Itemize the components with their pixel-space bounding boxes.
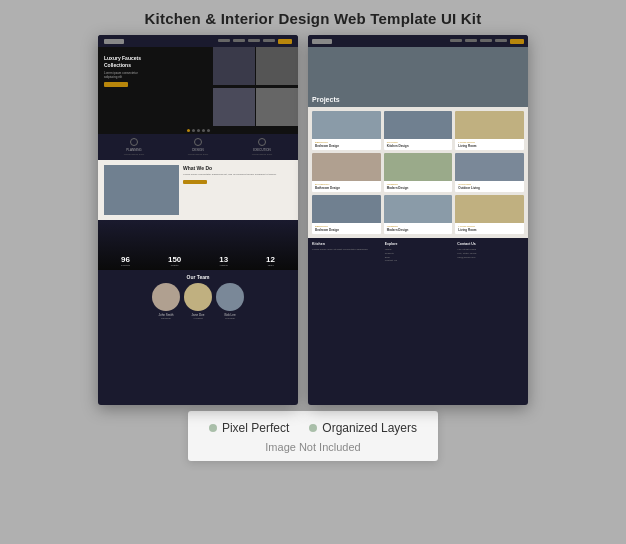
card-title: Modern Design xyxy=(387,228,450,232)
card-title: Living Room xyxy=(458,144,521,148)
nav-links xyxy=(218,39,292,44)
counter-clients: 150 Clients xyxy=(168,255,181,267)
card-image xyxy=(455,195,524,223)
features-section: PLANNING Lorem ipsum dolor DESIGN Lorem … xyxy=(98,134,298,160)
dot xyxy=(192,129,195,132)
footer-col-text: 123 Street NameCity, State 12345info@ema… xyxy=(457,248,524,259)
nav-link xyxy=(263,39,275,42)
counter-num: 150 xyxy=(168,255,181,264)
counter-section: 96 Projects 150 Clients 13 Awards 12 Yea… xyxy=(98,220,298,270)
dot xyxy=(207,129,210,132)
feature-label: PLANNING xyxy=(104,148,164,152)
dot xyxy=(202,129,205,132)
cards-grid: BEDROOM Bedroom Design KITCHEN Kitchen D… xyxy=(308,107,528,238)
counter-awards: 13 Awards xyxy=(219,255,228,267)
what-we-do-section: What We Do Lorem ipsum consectetur adipi… xyxy=(98,160,298,220)
grid-card: BEDROOM Bedroom Design xyxy=(312,111,381,150)
card-image xyxy=(384,195,453,223)
grid-card: BEDROOM Bedroom Design xyxy=(312,195,381,234)
counter-num: 13 xyxy=(219,255,228,264)
hero-overlay: Projects xyxy=(308,47,528,107)
wwd-title: What We Do xyxy=(183,165,292,171)
hero-img xyxy=(213,47,255,85)
nav-link xyxy=(233,39,245,42)
hero-title: Projects xyxy=(312,96,340,103)
card-image xyxy=(455,153,524,181)
image-note: Image Not Included xyxy=(265,441,360,453)
card-title: Modern Design xyxy=(387,186,450,190)
wwd-content: What We Do Lorem ipsum consectetur adipi… xyxy=(183,165,292,215)
execution-icon xyxy=(258,138,266,146)
card-image xyxy=(312,111,381,139)
hero-title: Luxury FaucetsCollections xyxy=(104,55,207,69)
nav-logo xyxy=(312,39,332,44)
card-title: Bedroom Design xyxy=(315,144,378,148)
organized-layers-dot xyxy=(309,424,317,432)
footer-col-title: Kitchen xyxy=(312,242,379,246)
feature-planning: PLANNING Lorem ipsum dolor xyxy=(104,138,164,156)
team-avatar xyxy=(152,283,180,311)
planning-icon xyxy=(130,138,138,146)
card-body: BEDROOM Bedroom Design xyxy=(312,139,381,150)
pixel-perfect-label: Pixel Perfect xyxy=(222,421,289,435)
hero-images xyxy=(213,47,298,127)
feature-label: EXECUTION xyxy=(232,148,292,152)
grid-card: LIVING ROOM Living Room xyxy=(455,111,524,150)
card-image xyxy=(384,111,453,139)
hero-img xyxy=(256,47,298,85)
footer-col-text: Lorem ipsum dolor sit amet consectetur a… xyxy=(312,248,379,252)
previews-container: Luxury FaucetsCollections Lorem ipsum co… xyxy=(0,35,626,405)
dot xyxy=(197,129,200,132)
dot xyxy=(187,129,190,132)
counter-years: 12 Years xyxy=(266,255,275,267)
team-row: John Smith Designer Jane Doe Architect B… xyxy=(104,283,292,320)
grid-card: MODERN Modern Design xyxy=(384,195,453,234)
nav-link xyxy=(495,39,507,42)
left-preview: Luxury FaucetsCollections Lorem ipsum co… xyxy=(98,35,298,405)
feature-sub: Lorem ipsum dolor xyxy=(104,153,164,156)
counter-label: Awards xyxy=(219,264,228,267)
card-title: Bedroom Design xyxy=(315,228,378,232)
card-body: OUTDOOR Outdoor Living xyxy=(455,181,524,192)
nav-link xyxy=(465,39,477,42)
team-section: Our Team John Smith Designer Jane Doe Ar… xyxy=(98,270,298,324)
hero-section: Luxury FaucetsCollections Lorem ipsum co… xyxy=(98,47,298,127)
nav-cta-btn xyxy=(278,39,292,44)
counter-label: Years xyxy=(266,264,275,267)
nav-logo xyxy=(104,39,124,44)
card-image xyxy=(455,111,524,139)
team-role: Architect xyxy=(184,317,212,320)
grid-card: BATHROOM Bathroom Design xyxy=(312,153,381,192)
grid-card: LIVING ROOM Living Room xyxy=(455,195,524,234)
card-title: Kitchen Design xyxy=(387,144,450,148)
card-title: Living Room xyxy=(458,228,521,232)
counter-num: 96 xyxy=(121,255,130,264)
nav-link xyxy=(480,39,492,42)
hero-subtitle: Lorem ipsum consecteturadipiscing elit xyxy=(104,71,207,79)
grid-card: OUTDOOR Outdoor Living xyxy=(455,153,524,192)
card-body: BATHROOM Bathroom Design xyxy=(312,181,381,192)
team-title: Our Team xyxy=(104,274,292,280)
organized-layers-label: Organized Layers xyxy=(322,421,417,435)
card-body: MODERN Modern Design xyxy=(384,181,453,192)
card-body: LIVING ROOM Living Room xyxy=(455,223,524,234)
card-image xyxy=(312,195,381,223)
footer-col-contact: Contact Us 123 Street NameCity, State 12… xyxy=(457,242,524,263)
page-title: Kitchen & Interior Design Web Template U… xyxy=(145,10,482,27)
card-body: BEDROOM Bedroom Design xyxy=(312,223,381,234)
nav-cta-btn xyxy=(510,39,524,44)
counter-projects: 96 Projects xyxy=(121,255,130,267)
hero-text: Luxury FaucetsCollections Lorem ipsum co… xyxy=(98,47,213,127)
feature-label: DESIGN xyxy=(168,148,228,152)
footer-col-brand: Kitchen Lorem ipsum dolor sit amet conse… xyxy=(312,242,379,263)
nav-link xyxy=(218,39,230,42)
footer-col-explore: Explore HomeProjectsBlogContact Us xyxy=(385,242,452,263)
team-role: Designer xyxy=(152,317,180,320)
footer-col-text: HomeProjectsBlogContact Us xyxy=(385,248,452,263)
feature-design: DESIGN Lorem ipsum dolor xyxy=(168,138,228,156)
feature-execution: EXECUTION Lorem ipsum dolor xyxy=(232,138,292,156)
card-image xyxy=(312,153,381,181)
card-image xyxy=(384,153,453,181)
feature-sub: Lorem ipsum dolor xyxy=(232,153,292,156)
wwd-image xyxy=(104,165,179,215)
